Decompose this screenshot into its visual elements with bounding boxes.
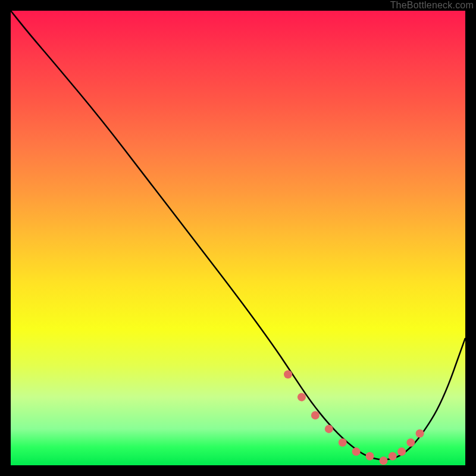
- highlight-dot: [397, 447, 406, 456]
- highlight-dot: [325, 425, 333, 433]
- highlight-dot: [311, 411, 320, 419]
- highlight-dot: [298, 393, 306, 401]
- highlight-dot: [352, 447, 361, 456]
- highlight-dot: [366, 452, 374, 461]
- watermark-text: TheBottleneck.com: [390, 0, 474, 11]
- highlight-dot: [416, 430, 424, 438]
- plot-area: [11, 11, 465, 465]
- highlight-dot: [284, 370, 292, 378]
- chart-svg: [11, 11, 465, 465]
- highlight-dot: [379, 456, 387, 465]
- chart-frame: TheBottleneck.com: [0, 0, 476, 476]
- curve-line: [11, 11, 465, 459]
- highlight-dot: [406, 439, 415, 447]
- highlight-dot: [389, 452, 397, 461]
- highlight-dot: [339, 439, 347, 447]
